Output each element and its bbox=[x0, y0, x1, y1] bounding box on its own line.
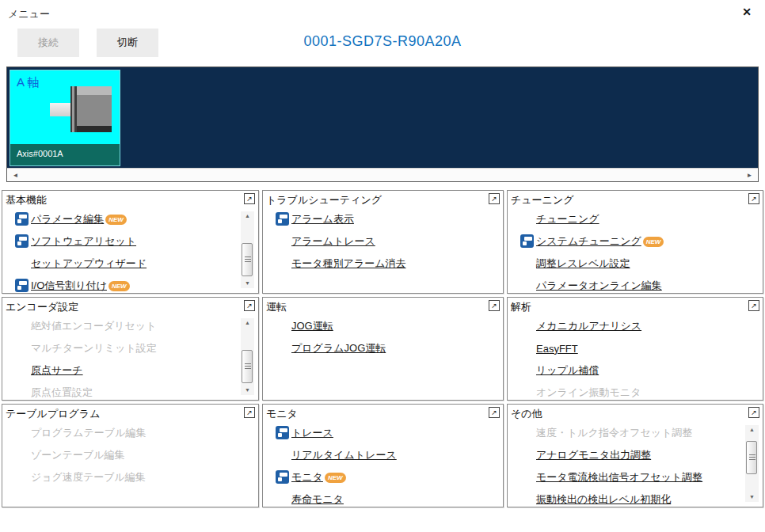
new-badge: NEW bbox=[105, 215, 127, 225]
scrollbar-thumb[interactable] bbox=[242, 243, 253, 276]
menu-item[interactable]: JOG運転 bbox=[263, 315, 503, 337]
menu-item-link[interactable]: アラームトレース bbox=[291, 234, 375, 249]
function-icon bbox=[15, 279, 29, 292]
function-icon bbox=[15, 212, 29, 226]
menu-item-link[interactable]: パラメータオンライン編集 bbox=[536, 279, 662, 293]
menu-item[interactable]: リップル補償 bbox=[508, 359, 763, 382]
panel-title: トラブルシューティング bbox=[266, 193, 382, 207]
popout-icon[interactable]: ↗ bbox=[244, 300, 255, 311]
scroll-up-icon[interactable]: ▲ bbox=[241, 318, 254, 328]
panel-title: エンコーダ設定 bbox=[6, 300, 78, 314]
menu-item-link[interactable]: セットアップウィザード bbox=[31, 256, 147, 271]
menu-item[interactable]: パラメータオンライン編集 bbox=[508, 275, 763, 294]
menu-item[interactable]: I/O信号割り付けNEW bbox=[2, 275, 258, 294]
scrollbar-thumb[interactable] bbox=[242, 350, 253, 383]
menu-item-link[interactable]: チューニング bbox=[536, 212, 599, 226]
panel-scrollbar[interactable]: ▲▼ bbox=[745, 425, 759, 502]
axis-tile[interactable]: A 軸 Axis#0001A bbox=[10, 70, 120, 166]
menu-item-link[interactable]: JOG運転 bbox=[291, 319, 333, 333]
function-icon bbox=[15, 234, 29, 248]
menu-item[interactable]: トレース bbox=[263, 422, 503, 444]
menu-item-link[interactable]: アラーム表示 bbox=[291, 212, 354, 226]
panel-body: チューニングシステムチューニングNEW調整レスレベル設定パラメータオンライン編集 bbox=[508, 208, 763, 293]
menu-item-link[interactable]: システムチューニング bbox=[536, 234, 641, 249]
popout-icon[interactable]: ↗ bbox=[748, 300, 759, 311]
panel-3: チューニング↗チューニングシステムチューニングNEW調整レスレベル設定パラメータ… bbox=[507, 190, 763, 294]
popout-icon[interactable]: ↗ bbox=[244, 407, 255, 418]
menu-item[interactable]: アラーム表示 bbox=[263, 208, 503, 230]
menu-item[interactable]: ソフトウェアリセット bbox=[2, 230, 258, 253]
menu-item-link[interactable]: メカニカルアナリシス bbox=[536, 319, 641, 333]
panel-body: プログラムテーブル編集ゾーンテーブル編集ジョグ速度テーブル編集 bbox=[2, 422, 258, 507]
scroll-down-icon[interactable]: ▼ bbox=[745, 492, 759, 502]
menu-item[interactable]: モータ電流検出信号オフセット調整 bbox=[508, 466, 763, 488]
popout-icon[interactable]: ↗ bbox=[489, 407, 500, 418]
menu-item-link[interactable]: モータ種別アラーム消去 bbox=[291, 256, 406, 271]
window-title: メニュー bbox=[8, 7, 50, 21]
menu-item[interactable]: 調整レスレベル設定 bbox=[508, 253, 763, 275]
menu-item[interactable]: メカニカルアナリシス bbox=[508, 315, 763, 337]
menu-item[interactable]: 振動検出の検出レベル初期化 bbox=[508, 488, 763, 507]
panel-8: モニタ↗トレースリアルタイムトレースモニタNEW寿命モニタ bbox=[262, 404, 504, 507]
menu-item[interactable]: システムチューニングNEW bbox=[508, 230, 763, 253]
panel-title: 基本機能 bbox=[6, 193, 47, 207]
menu-item-link[interactable]: I/O信号割り付け bbox=[31, 279, 107, 293]
menu-item-link[interactable]: 寿命モニタ bbox=[291, 492, 344, 507]
popout-icon[interactable]: ↗ bbox=[748, 407, 759, 418]
menu-item[interactable]: 原点サーチ bbox=[2, 359, 258, 382]
menu-item-link[interactable]: プログラムJOG運転 bbox=[291, 341, 386, 355]
panel-header: チューニング↗ bbox=[508, 191, 763, 207]
menu-item[interactable]: パラメータ編集NEW bbox=[2, 208, 258, 230]
scroll-down-icon[interactable]: ▼ bbox=[241, 279, 254, 288]
menu-item-link[interactable]: リアルタイムトレース bbox=[291, 448, 397, 462]
menu-item[interactable]: アラームトレース bbox=[263, 230, 503, 253]
menu-item-link[interactable]: 調整レスレベル設定 bbox=[536, 256, 630, 271]
popout-icon[interactable]: ↗ bbox=[748, 193, 759, 204]
scroll-right-icon[interactable]: ► bbox=[743, 169, 756, 182]
menu-item[interactable]: モータ種別アラーム消去 bbox=[263, 253, 503, 275]
panel-scrollbar[interactable]: ▲▼ bbox=[241, 211, 254, 288]
close-icon[interactable]: ✕ bbox=[740, 5, 754, 19]
panel-scrollbar[interactable]: ▲▼ bbox=[241, 318, 254, 395]
menu-item-link[interactable]: モータ電流検出信号オフセット調整 bbox=[536, 470, 702, 484]
menu-item[interactable]: 寿命モニタ bbox=[263, 488, 503, 507]
menu-item[interactable]: プログラムJOG運転 bbox=[263, 337, 503, 359]
scroll-up-icon[interactable]: ▲ bbox=[241, 211, 254, 221]
menu-item-link: マルチターンリミット設定 bbox=[31, 341, 157, 355]
menu-item[interactable]: セットアップウィザード bbox=[2, 253, 258, 275]
menu-item-link[interactable]: パラメータ編集 bbox=[31, 212, 104, 226]
menu-item: プログラムテーブル編集 bbox=[2, 422, 258, 444]
menu-item[interactable]: モニタNEW bbox=[263, 466, 503, 488]
popout-icon[interactable]: ↗ bbox=[244, 193, 255, 204]
menu-item[interactable]: リアルタイムトレース bbox=[263, 444, 503, 466]
menu-item-link[interactable]: トレース bbox=[291, 426, 333, 440]
axis-label-bar: Axis#0001A bbox=[10, 144, 120, 165]
menu-item[interactable]: アナログモニタ出力調整 bbox=[508, 444, 763, 466]
scroll-left-icon[interactable]: ◄ bbox=[9, 169, 22, 182]
function-icon bbox=[520, 234, 534, 248]
menu-item[interactable]: EasyFFT bbox=[508, 337, 763, 359]
menu-item-link[interactable]: リップル補償 bbox=[536, 363, 599, 378]
menu-item-link[interactable]: アナログモニタ出力調整 bbox=[536, 448, 651, 462]
menu-item: ゾーンテーブル編集 bbox=[2, 444, 258, 466]
scroll-down-icon[interactable]: ▼ bbox=[241, 386, 254, 395]
scroll-up-icon[interactable]: ▲ bbox=[745, 425, 759, 435]
menu-item[interactable]: チューニング bbox=[508, 208, 763, 230]
panel-header: 運転↗ bbox=[263, 298, 503, 314]
axis-name: A 軸 bbox=[17, 75, 39, 90]
menu-item-link[interactable]: モニタ bbox=[291, 470, 323, 484]
axis-horizontal-scrollbar[interactable]: ◄ ► bbox=[7, 168, 758, 181]
menu-item-link: ゾーンテーブル編集 bbox=[31, 448, 125, 462]
axis-label: Axis#0001A bbox=[17, 149, 63, 158]
popout-icon[interactable]: ↗ bbox=[489, 300, 500, 311]
scrollbar-grip bbox=[245, 363, 251, 370]
scrollbar-thumb[interactable] bbox=[746, 441, 757, 474]
menu-item-link: ジョグ速度テーブル編集 bbox=[31, 470, 146, 484]
menu-item-link[interactable]: ソフトウェアリセット bbox=[31, 234, 136, 249]
menu-item-link[interactable]: 原点サーチ bbox=[31, 363, 83, 378]
panel-body: メカニカルアナリシスEasyFFTリップル補償オンライン振動モニタ bbox=[508, 315, 763, 400]
function-icon bbox=[276, 470, 289, 484]
menu-item-link[interactable]: EasyFFT bbox=[536, 343, 578, 355]
menu-item-link[interactable]: 振動検出の検出レベル初期化 bbox=[536, 492, 671, 507]
popout-icon[interactable]: ↗ bbox=[489, 193, 500, 204]
